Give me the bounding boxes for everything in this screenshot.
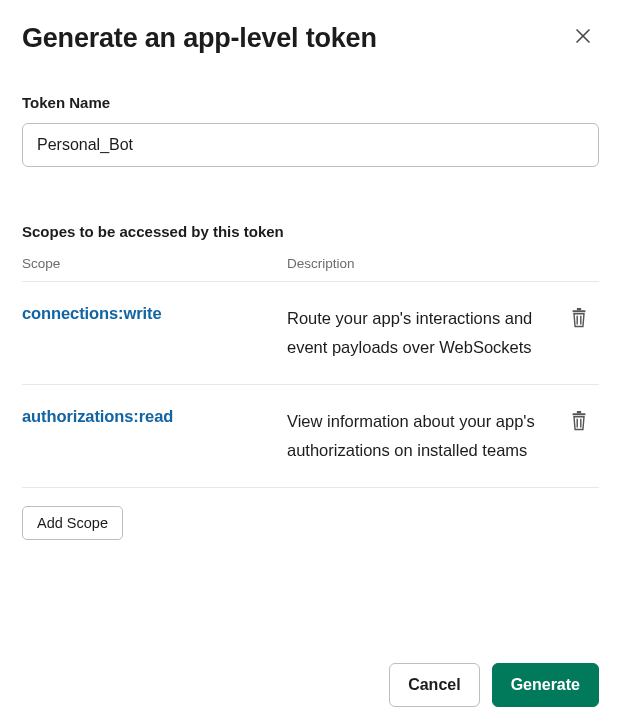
table-header-actions	[559, 256, 599, 271]
close-icon	[574, 27, 592, 49]
close-button[interactable]	[567, 22, 599, 54]
table-row: connections:write Route your app's inter…	[22, 282, 599, 385]
token-name-label: Token Name	[22, 94, 599, 111]
trash-icon	[570, 314, 588, 331]
token-name-input[interactable]	[22, 123, 599, 167]
table-row: authorizations:read View information abo…	[22, 385, 599, 488]
table-header-row: Scope Description	[22, 256, 599, 282]
dialog-footer: Cancel Generate	[389, 663, 599, 707]
delete-scope-button[interactable]	[570, 308, 588, 332]
scope-link[interactable]: authorizations:read	[22, 407, 173, 425]
table-header-description: Description	[287, 256, 559, 271]
scopes-section-label: Scopes to be accessed by this token	[22, 223, 599, 240]
table-header-scope: Scope	[22, 256, 287, 271]
cancel-button[interactable]: Cancel	[389, 663, 479, 707]
scope-description: Route your app's interactions and event …	[287, 309, 532, 356]
scope-link[interactable]: connections:write	[22, 304, 162, 322]
svg-rect-7	[577, 411, 581, 413]
dialog-title: Generate an app-level token	[22, 23, 377, 54]
svg-rect-6	[573, 413, 586, 415]
scopes-table: Scope Description connections:write Rout…	[22, 256, 599, 488]
dialog-header: Generate an app-level token	[22, 22, 599, 54]
svg-rect-3	[577, 308, 581, 310]
svg-rect-2	[573, 310, 586, 312]
generate-button[interactable]: Generate	[492, 663, 599, 707]
trash-icon	[570, 417, 588, 434]
scope-description: View information about your app's author…	[287, 412, 535, 459]
add-scope-button[interactable]: Add Scope	[22, 506, 123, 540]
delete-scope-button[interactable]	[570, 411, 588, 435]
